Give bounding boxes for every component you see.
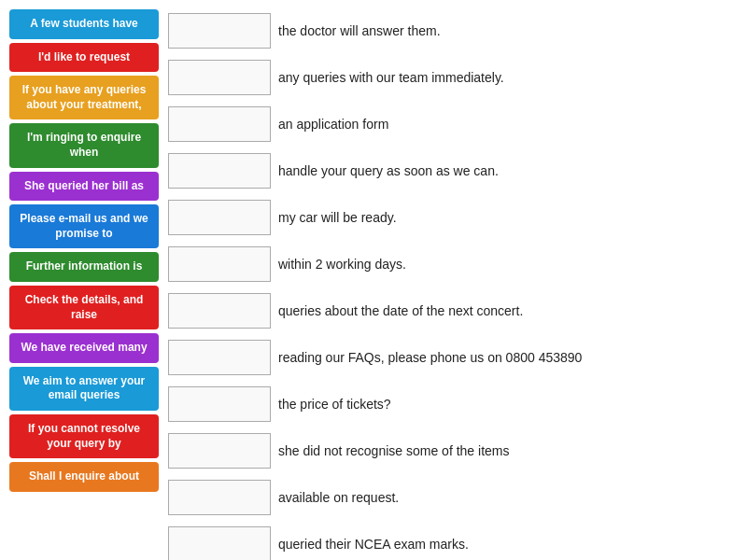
table-row: reading our FAQs, please phone us on 080… [168, 336, 738, 379]
left-item-3[interactable]: I'm ringing to enquire when [9, 123, 159, 167]
drop-zone-2[interactable] [168, 106, 271, 142]
drop-zone-10[interactable] [168, 480, 271, 515]
drop-zone-11[interactable] [168, 526, 271, 560]
left-item-5[interactable]: Please e-mail us and we promise to [9, 204, 159, 248]
table-row: within 2 working days. [168, 243, 738, 286]
table-row: available on request. [168, 476, 738, 519]
left-item-4[interactable]: She queried her bill as [9, 172, 159, 202]
table-row: queried their NCEA exam marks. [168, 523, 738, 560]
row-text-0: the doctor will answer them. [278, 23, 441, 38]
row-text-2: an application form [278, 117, 388, 132]
table-row: the doctor will answer them. [168, 9, 738, 52]
left-item-0[interactable]: A few students have [9, 9, 159, 39]
drop-zone-3[interactable] [168, 153, 271, 189]
row-text-5: within 2 working days. [278, 257, 406, 272]
right-column: the doctor will answer them.any queries … [168, 9, 738, 560]
left-column: A few students haveI'd like to requestIf… [9, 9, 159, 560]
left-item-7[interactable]: Check the details, and raise [9, 286, 159, 329]
drop-zone-7[interactable] [168, 340, 271, 375]
drop-zone-4[interactable] [168, 200, 271, 235]
left-item-6[interactable]: Further information is [9, 252, 159, 282]
table-row: my car will be ready. [168, 196, 738, 239]
table-row: handle your query as soon as we can. [168, 149, 738, 192]
row-text-1: any queries with our team immediately. [278, 70, 504, 85]
row-text-11: queried their NCEA exam marks. [278, 537, 469, 552]
drop-zone-0[interactable] [168, 13, 271, 49]
left-item-2[interactable]: If you have any queries about your treat… [9, 76, 159, 119]
row-text-3: handle your query as soon as we can. [278, 163, 499, 178]
table-row: an application form [168, 103, 738, 146]
table-row: she did not recognise some of the items [168, 429, 738, 472]
row-text-4: my car will be ready. [278, 210, 397, 225]
left-item-11[interactable]: Shall I enquire about [9, 462, 159, 492]
drop-zone-5[interactable] [168, 246, 271, 282]
drop-zone-1[interactable] [168, 60, 271, 95]
left-item-8[interactable]: We have received many [9, 333, 159, 363]
left-item-1[interactable]: I'd like to request [9, 43, 159, 73]
row-text-9: she did not recognise some of the items [278, 443, 509, 458]
drop-zone-9[interactable] [168, 433, 271, 469]
drop-zone-6[interactable] [168, 293, 271, 329]
table-row: queries about the date of the next conce… [168, 289, 738, 332]
drop-zone-8[interactable] [168, 386, 271, 422]
row-text-8: the price of tickets? [278, 397, 391, 412]
left-item-10[interactable]: If you cannot resolve your query by [9, 414, 159, 458]
row-text-6: queries about the date of the next conce… [278, 303, 523, 318]
main-container: A few students haveI'd like to requestIf… [0, 0, 747, 560]
table-row: the price of tickets? [168, 383, 738, 426]
table-row: any queries with our team immediately. [168, 56, 738, 99]
row-text-10: available on request. [278, 490, 399, 505]
left-item-9[interactable]: We aim to answer your email queries [9, 367, 159, 411]
row-text-7: reading our FAQs, please phone us on 080… [278, 350, 582, 365]
